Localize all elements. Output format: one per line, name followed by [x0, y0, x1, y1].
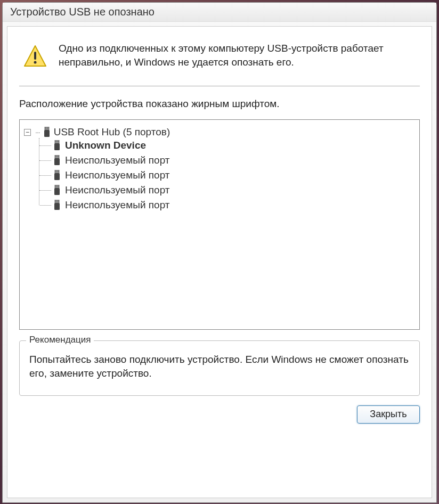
- tree-root-label: USB Root Hub (5 портов): [54, 126, 170, 138]
- tree-root-item[interactable]: − ··· USB Root Hub (5 портов): [24, 126, 415, 138]
- alert-message: Одно из подключенных к этому компьютеру …: [59, 42, 420, 69]
- divider: [19, 86, 420, 86]
- svg-rect-25: [58, 201, 59, 202]
- dialog-content: Одно из подключенных к этому компьютеру …: [7, 26, 432, 498]
- usb-icon: [53, 155, 61, 166]
- tree-item-label: Неиспользуемый порт: [65, 184, 170, 196]
- svg-rect-21: [58, 186, 59, 187]
- location-label: Расположение устройства показано жирным …: [19, 98, 420, 110]
- tree-item[interactable]: Неиспользуемый порт: [39, 168, 415, 183]
- svg-rect-19: [55, 185, 59, 188]
- recommendation-text: Попытайтесь заново подключить устройство…: [29, 353, 410, 380]
- collapse-icon[interactable]: −: [24, 129, 31, 136]
- close-button[interactable]: Закрыть: [357, 405, 420, 424]
- button-row: Закрыть: [19, 396, 420, 424]
- svg-point-2: [34, 61, 37, 64]
- device-tree[interactable]: − ··· USB Root Hub (5 портов): [19, 119, 420, 330]
- svg-rect-26: [54, 203, 60, 210]
- svg-rect-11: [55, 155, 59, 158]
- usb-icon: [53, 200, 61, 210]
- tree-item-label: Unknown Device: [65, 140, 146, 151]
- window-title: Устройство USB не опознано: [10, 6, 155, 18]
- titlebar[interactable]: Устройство USB не опознано: [3, 3, 436, 22]
- tree-connector: ···: [35, 128, 40, 136]
- svg-rect-4: [45, 128, 46, 129]
- svg-rect-13: [58, 156, 59, 157]
- svg-rect-8: [56, 141, 57, 142]
- svg-rect-12: [56, 156, 57, 157]
- svg-rect-10: [54, 143, 60, 150]
- tree-item[interactable]: Unknown Device: [39, 138, 415, 153]
- svg-rect-23: [55, 200, 59, 203]
- recommendation-legend: Рекомендация: [26, 335, 94, 345]
- svg-rect-1: [34, 52, 36, 60]
- tree-item[interactable]: Неиспользуемый порт: [39, 183, 415, 198]
- usb-icon: [53, 170, 61, 181]
- svg-rect-16: [56, 171, 57, 172]
- tree-item-label: Неиспользуемый порт: [65, 155, 170, 166]
- usb-icon: [53, 185, 61, 196]
- tree-item-label: Неиспользуемый порт: [65, 199, 170, 211]
- warning-icon: [23, 45, 47, 68]
- tree-item[interactable]: Неиспользуемый порт: [39, 198, 415, 213]
- svg-rect-9: [58, 141, 59, 142]
- usb-icon: [53, 140, 61, 151]
- svg-rect-22: [54, 188, 60, 195]
- alert-section: Одно из подключенных к этому компьютеру …: [19, 37, 420, 80]
- svg-rect-5: [47, 128, 48, 129]
- svg-rect-15: [55, 170, 59, 173]
- svg-rect-14: [54, 158, 60, 165]
- tree-item-label: Неиспользуемый порт: [65, 169, 170, 181]
- usb-icon: [43, 127, 51, 137]
- svg-rect-24: [56, 201, 57, 202]
- svg-rect-17: [58, 171, 59, 172]
- dialog-window: Устройство USB не опознано Одно из подкл…: [2, 2, 437, 503]
- tree-children: Unknown Device Неиспользуемый порт: [39, 138, 415, 213]
- svg-rect-6: [44, 130, 50, 137]
- tree-item[interactable]: Неиспользуемый порт: [39, 153, 415, 168]
- svg-rect-20: [56, 186, 57, 187]
- recommendation-group: Рекомендация Попытайтесь заново подключи…: [19, 340, 420, 395]
- svg-rect-18: [54, 173, 60, 180]
- svg-rect-7: [55, 140, 59, 143]
- svg-rect-3: [45, 127, 49, 130]
